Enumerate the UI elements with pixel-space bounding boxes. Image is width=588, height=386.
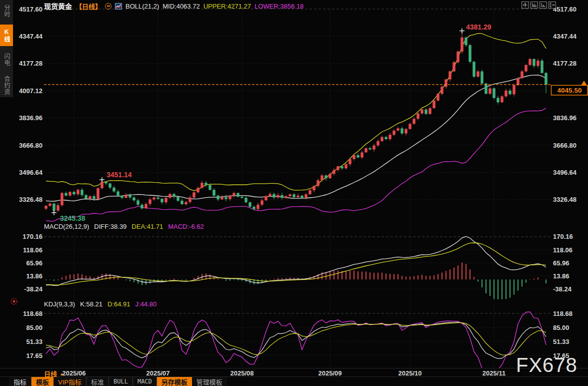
toolbar-item-standard[interactable]: 标准 xyxy=(86,377,109,386)
candle-body xyxy=(316,180,320,186)
candle-body xyxy=(540,61,544,73)
chevron-up-icon: ▲ xyxy=(60,371,64,376)
candle-body xyxy=(120,196,124,198)
svg-text:-38.24: -38.24 xyxy=(553,285,572,293)
candle-body xyxy=(296,196,300,197)
macd-diff-value: DIFF:38.39 xyxy=(94,223,126,230)
candle-body xyxy=(408,124,412,129)
svg-text:118.68: 118.68 xyxy=(553,310,572,317)
main-pane xyxy=(44,31,548,221)
sidebar-item-timeshare[interactable]: 分时图 xyxy=(0,2,13,20)
collapse-icon[interactable] xyxy=(105,3,112,10)
move-icon[interactable] xyxy=(522,2,529,9)
candle-body xyxy=(436,94,440,101)
svg-text:17.65: 17.65 xyxy=(26,352,42,359)
compress-left-icon[interactable] xyxy=(530,2,538,9)
candle-body xyxy=(448,72,452,80)
candle-body xyxy=(80,190,84,195)
candle-body xyxy=(208,185,212,190)
candle-body xyxy=(332,170,336,174)
candle-body xyxy=(64,193,68,196)
candle-body xyxy=(464,38,468,45)
candle-body xyxy=(176,197,180,201)
pane-settings-icon[interactable] xyxy=(10,297,18,307)
candle-body xyxy=(396,128,400,130)
toolbar-item-templates[interactable]: 模板 xyxy=(32,377,54,386)
candle-body xyxy=(96,188,100,199)
axis-labels: 4517.604517.604347.444347.444177.284177.… xyxy=(19,6,577,377)
candle-body xyxy=(180,201,184,204)
toolbar-item-vip-indicators[interactable]: VIP指标 xyxy=(54,377,86,386)
candle-body xyxy=(140,205,144,208)
period-tag: 【日线】 xyxy=(76,2,102,11)
svg-text:4347.44: 4347.44 xyxy=(553,33,577,40)
svg-text:4045.50: 4045.50 xyxy=(558,87,582,94)
sidebar-item-contract-info[interactable]: 合约资料 xyxy=(0,73,13,97)
svg-text:65.96: 65.96 xyxy=(553,259,570,267)
candle-body xyxy=(192,192,196,197)
toolbar-item-save-template[interactable]: 另存模板 xyxy=(157,377,192,386)
sidebar-item-lightning[interactable]: 闪电图 xyxy=(0,51,13,69)
candle-body xyxy=(132,197,136,200)
candle-body xyxy=(136,200,140,205)
svg-text:4381.29: 4381.29 xyxy=(466,23,492,31)
svg-text:3836.96: 3836.96 xyxy=(553,114,576,122)
macd-hist-value: MACD:-6.62 xyxy=(168,223,204,230)
toolbar-item-bull[interactable]: BULL xyxy=(109,377,133,386)
macd-pane xyxy=(46,237,546,302)
candle-body xyxy=(480,72,484,84)
candle-body xyxy=(100,182,104,188)
svg-text:2025/06: 2025/06 xyxy=(62,369,86,377)
candle-body xyxy=(344,164,348,168)
exit-icon[interactable] xyxy=(548,2,556,9)
svg-text:2025/07: 2025/07 xyxy=(146,369,170,377)
candle-body xyxy=(256,205,260,209)
candle-body xyxy=(324,175,328,178)
compress-right-icon[interactable] xyxy=(540,2,547,9)
candle-body xyxy=(216,196,220,200)
candle-body xyxy=(272,194,276,197)
candle-body xyxy=(184,202,188,204)
svg-text:3451.14: 3451.14 xyxy=(106,171,132,179)
candle-body xyxy=(524,65,528,72)
sidebar-item-kline[interactable]: K线图 xyxy=(0,25,13,47)
candle-body xyxy=(476,72,480,77)
svg-text:-38.24: -38.24 xyxy=(24,285,43,293)
candle-body xyxy=(368,148,372,150)
left-sidebar: 分时图 K线图 闪电图 合约资料 xyxy=(0,0,13,97)
svg-text:2025/09: 2025/09 xyxy=(318,369,342,377)
svg-text:4517.60: 4517.60 xyxy=(19,6,42,13)
candle-body xyxy=(384,137,388,139)
boll-upper-value: UPPER:4271.27 xyxy=(204,3,251,10)
diff-line xyxy=(46,237,546,286)
svg-text:2025/08: 2025/08 xyxy=(230,369,254,377)
mini-chart-icon[interactable] xyxy=(115,3,122,10)
candle-body xyxy=(520,72,524,79)
svg-text:4517.60: 4517.60 xyxy=(553,6,576,13)
svg-text:3245.38: 3245.38 xyxy=(60,214,86,222)
toolbar-item-indicators[interactable]: 指标 xyxy=(9,377,32,386)
candle-body xyxy=(444,80,448,87)
grid-layer xyxy=(0,7,588,377)
toolbar-item-manage-templates[interactable]: 管理模板 xyxy=(192,377,227,386)
svg-text:3666.80: 3666.80 xyxy=(553,142,576,149)
svg-text:51.33: 51.33 xyxy=(26,338,42,345)
candle-body xyxy=(532,59,536,66)
candle-body xyxy=(200,183,204,188)
main-chart-canvas[interactable]: 4517.604517.604347.444347.444177.284177.… xyxy=(0,0,588,386)
kdj-k-value: K:58.21 xyxy=(80,300,102,308)
candle-body xyxy=(68,192,72,195)
kdj-d-value: D:64.91 xyxy=(108,300,130,308)
svg-text:3326.48: 3326.48 xyxy=(553,196,576,203)
candle-body xyxy=(356,155,360,158)
candle-body xyxy=(44,206,48,209)
candle-body xyxy=(488,88,492,94)
svg-text:4007.12: 4007.12 xyxy=(19,87,42,95)
toolbar-item-macd[interactable]: MACD xyxy=(133,377,157,386)
candle-body xyxy=(220,197,224,199)
kdj-params-label: KDJ(9,3,3) xyxy=(44,300,75,308)
candle-body xyxy=(128,195,132,198)
candle-body xyxy=(544,73,548,85)
candle-body xyxy=(244,198,248,202)
candle-body xyxy=(460,38,464,52)
